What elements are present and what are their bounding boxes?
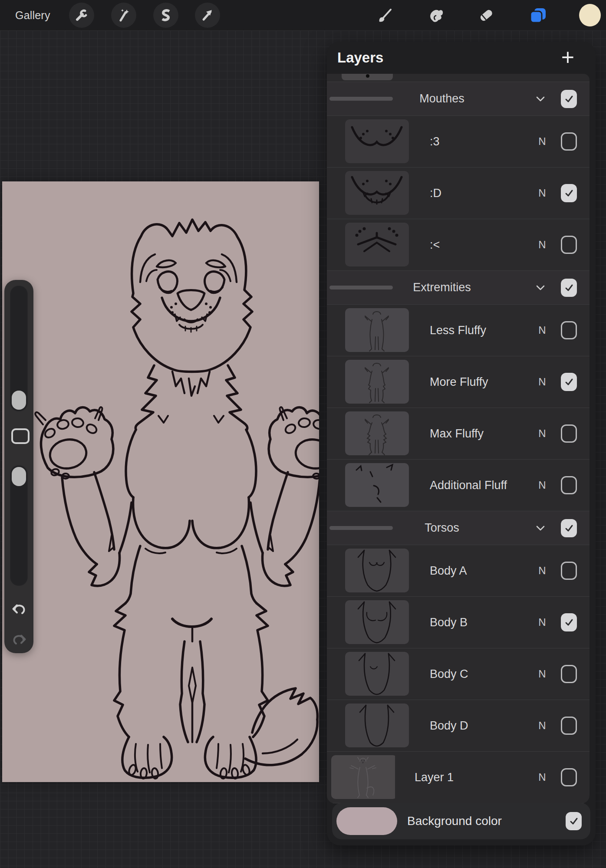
layer-visibility-checkbox[interactable]: [561, 476, 577, 494]
layer-name[interactable]: Additional Fluff: [430, 460, 507, 511]
selection-button[interactable]: [153, 3, 178, 28]
layer-thumbnail[interactable]: [345, 704, 409, 747]
layer-visibility-checkbox[interactable]: [561, 321, 577, 339]
layer-name[interactable]: Body B: [430, 597, 468, 648]
gallery-button[interactable]: Gallery: [15, 0, 50, 30]
chevron-down-icon[interactable]: [536, 511, 545, 545]
layer-name[interactable]: :D: [430, 168, 441, 219]
group-thumbnail-bar: [329, 286, 393, 289]
group-thumbnail-bar: [329, 526, 393, 530]
smudge-icon: [427, 7, 445, 24]
layer-visibility-checkbox[interactable]: [561, 424, 577, 443]
group-row-mouthes[interactable]: Mouthes: [327, 82, 590, 116]
layer-row-additional-fluff[interactable]: Additional FluffN: [327, 460, 590, 511]
layer-thumbnail[interactable]: [331, 755, 397, 799]
group-visibility-checkbox[interactable]: [561, 279, 577, 297]
layer-name[interactable]: More Fluffy: [430, 356, 488, 408]
group-thumbnail-bar: [329, 97, 393, 101]
layer-thumbnail[interactable]: [345, 549, 409, 592]
layers-tool-button[interactable]: [525, 3, 550, 28]
layer-thumbnail[interactable]: [345, 223, 409, 266]
layer-visibility-checkbox[interactable]: [561, 373, 577, 391]
blend-mode-button[interactable]: N: [534, 597, 550, 648]
layer-row-body-c[interactable]: Body CN: [327, 648, 590, 700]
layer-name[interactable]: Body C: [430, 648, 468, 700]
layer-visibility-checkbox[interactable]: [561, 184, 577, 202]
blend-mode-button[interactable]: N: [534, 116, 550, 167]
background-color-swatch[interactable]: [336, 807, 397, 835]
background-visibility-checkbox[interactable]: [566, 812, 582, 830]
layer-name[interactable]: Body D: [430, 700, 468, 751]
layer-thumbnail[interactable]: [345, 171, 409, 215]
blend-mode-button[interactable]: N: [534, 752, 550, 803]
layer-row--[interactable]: :<N: [327, 219, 590, 271]
layer-visibility-checkbox[interactable]: [561, 665, 577, 683]
chevron-down-icon[interactable]: [536, 271, 545, 304]
layer-name[interactable]: Body A: [430, 545, 467, 596]
group-name: Torsos: [388, 511, 496, 545]
transform-button[interactable]: [195, 3, 220, 28]
layer-name[interactable]: :3: [430, 116, 440, 167]
blend-mode-button[interactable]: N: [534, 545, 550, 596]
blend-mode-button[interactable]: N: [534, 168, 550, 219]
layer-name[interactable]: Layer 1: [415, 752, 454, 803]
group-visibility-checkbox[interactable]: [561, 90, 577, 108]
group-visibility-checkbox[interactable]: [561, 519, 577, 537]
background-color-row[interactable]: Background color: [332, 803, 590, 839]
transform-arrow-icon: [200, 8, 215, 23]
layer-row-partial[interactable]: [327, 74, 590, 82]
blend-mode-button[interactable]: N: [534, 700, 550, 751]
color-tool-button[interactable]: [577, 3, 603, 28]
brush-size-slider-thumb[interactable]: [12, 391, 26, 410]
layer-row-more-fluffy[interactable]: More FluffyN: [327, 356, 590, 408]
blend-mode-button[interactable]: N: [534, 460, 550, 511]
layer-thumbnail[interactable]: [345, 308, 409, 352]
blend-mode-button[interactable]: N: [534, 408, 550, 459]
blend-mode-button[interactable]: N: [534, 648, 550, 700]
layer-row-body-d[interactable]: Body DN: [327, 700, 590, 752]
layer-thumbnail[interactable]: [345, 463, 409, 507]
layer-name[interactable]: :<: [430, 219, 440, 270]
layer-thumbnail[interactable]: [345, 411, 409, 455]
layer-visibility-checkbox[interactable]: [561, 613, 577, 631]
eraser-tool-button[interactable]: [474, 3, 499, 28]
layer-visibility-checkbox[interactable]: [561, 236, 577, 254]
redo-icon[interactable]: [10, 632, 28, 648]
layer-thumbnail[interactable]: [345, 652, 409, 696]
group-row-torsos[interactable]: Torsos: [327, 511, 590, 545]
layer-visibility-checkbox[interactable]: [561, 768, 577, 786]
layer-row--3[interactable]: :3N: [327, 116, 590, 168]
layer-name[interactable]: Max Fluffy: [430, 408, 484, 459]
layer-name[interactable]: Less Fluffy: [430, 305, 486, 356]
smudge-tool-button[interactable]: [423, 3, 448, 28]
opacity-slider-thumb[interactable]: [12, 467, 26, 486]
opacity-slider[interactable]: [10, 465, 28, 586]
blend-mode-button[interactable]: N: [534, 356, 550, 408]
drawing-canvas[interactable]: [2, 181, 319, 782]
layers-panel-title: Layers: [337, 49, 383, 66]
chevron-down-icon[interactable]: [536, 82, 545, 115]
layer-thumbnail[interactable]: [345, 360, 409, 404]
layer-row-body-b[interactable]: Body BN: [327, 597, 590, 648]
adjustments-button[interactable]: [111, 3, 136, 28]
layer-row-layer-1[interactable]: Layer 1N: [327, 752, 590, 803]
layer-row-max-fluffy[interactable]: Max FluffyN: [327, 408, 590, 460]
layer-visibility-checkbox[interactable]: [561, 132, 577, 151]
layer-visibility-checkbox[interactable]: [561, 562, 577, 580]
brush-tool-button[interactable]: [373, 3, 398, 28]
undo-icon[interactable]: [10, 602, 28, 618]
group-row-extremities[interactable]: Extremities: [327, 271, 590, 305]
layer-row-less-fluffy[interactable]: Less FluffyN: [327, 305, 590, 356]
layer-row--d[interactable]: :DN: [327, 168, 590, 219]
group-name: Extremities: [388, 271, 496, 304]
add-layer-button[interactable]: +: [557, 46, 579, 69]
layer-thumbnail[interactable]: [345, 600, 409, 644]
blend-mode-button[interactable]: N: [534, 305, 550, 356]
layer-row-body-a[interactable]: Body AN: [327, 545, 590, 597]
layer-thumbnail[interactable]: [345, 119, 409, 163]
actions-button[interactable]: [69, 3, 94, 28]
blend-mode-button[interactable]: N: [534, 219, 550, 270]
modify-button[interactable]: [11, 428, 30, 444]
layer-visibility-checkbox[interactable]: [561, 717, 577, 735]
brush-size-slider[interactable]: [10, 286, 28, 411]
